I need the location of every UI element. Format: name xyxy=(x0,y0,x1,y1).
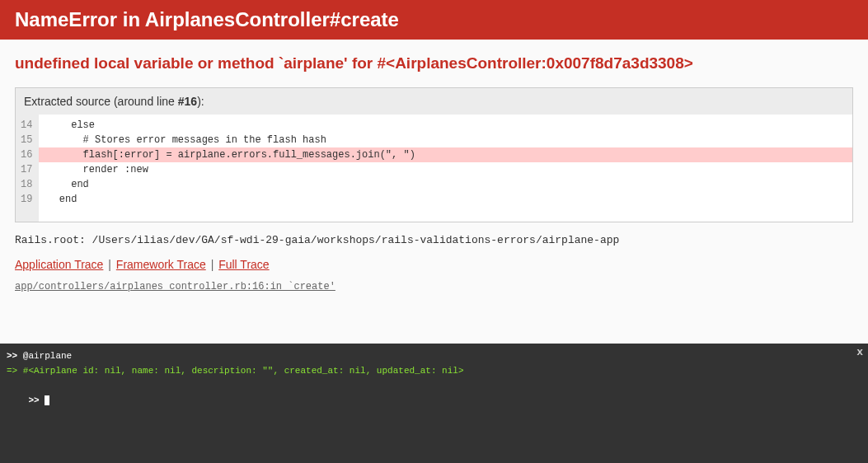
line-number: 17 xyxy=(21,162,32,177)
application-trace-link[interactable]: Application Trace xyxy=(15,258,103,271)
code-line: render :new xyxy=(39,162,852,177)
source-header-prefix: Extracted source (around line xyxy=(24,95,178,108)
source-header: Extracted source (around line #16): xyxy=(16,88,852,115)
code-lines: else # Stores error messages in the flas… xyxy=(39,115,852,222)
code-line: end xyxy=(39,192,852,207)
line-number: 18 xyxy=(21,177,32,192)
error-title: NameError in AirplanesController#create xyxy=(15,8,853,31)
framework-trace-link[interactable]: Framework Trace xyxy=(116,258,206,271)
line-numbers: 141516171819 xyxy=(16,115,39,222)
trace-sep: | xyxy=(211,258,214,271)
code-line: end xyxy=(39,177,852,192)
source-header-line: #16 xyxy=(178,95,197,108)
trace-frame[interactable]: app/controllers/airplanes_controller.rb:… xyxy=(15,281,853,292)
line-number: 15 xyxy=(21,133,32,147)
source-body: 141516171819 else # Stores error message… xyxy=(16,115,852,222)
rails-root: Rails.root: /Users/ilias/dev/GA/sf-wdi-2… xyxy=(15,234,853,246)
line-number: 16 xyxy=(21,147,32,162)
error-message: undefined local variable or method `airp… xyxy=(15,54,853,72)
error-header: NameError in AirplanesController#create xyxy=(0,0,868,40)
code-line: else xyxy=(39,118,852,133)
trace-links: Application Trace | Framework Trace | Fu… xyxy=(15,258,853,271)
code-line: flash[:error] = airplane.errors.full_mes… xyxy=(39,147,852,162)
full-trace-link[interactable]: Full Trace xyxy=(218,258,269,271)
error-content: undefined local variable or method `airp… xyxy=(0,40,868,307)
source-extract: Extracted source (around line #16): 1415… xyxy=(15,87,853,222)
source-header-suffix: ): xyxy=(197,95,204,108)
line-number: 19 xyxy=(21,192,32,207)
code-line: # Stores error messages in the flash has… xyxy=(39,133,852,147)
line-number: 14 xyxy=(21,118,32,133)
trace-sep: | xyxy=(108,258,111,271)
